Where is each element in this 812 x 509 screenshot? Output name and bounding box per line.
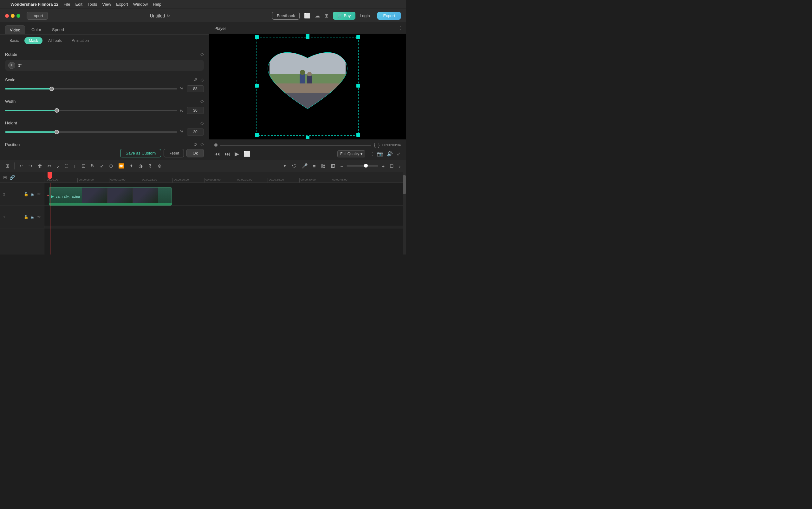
rotate-keyframe-icon[interactable]: ◇ <box>200 52 204 57</box>
track-2-mute-icon[interactable]: 🔈 <box>30 192 35 196</box>
scale-slider-track[interactable] <box>5 88 177 90</box>
volume-icon[interactable]: 🔊 <box>387 151 393 157</box>
stop-button[interactable]: ⬜ <box>244 150 251 158</box>
svg-rect-12 <box>269 48 345 74</box>
toolbar-music-icon[interactable]: ♪ <box>55 163 61 170</box>
height-input[interactable] <box>187 129 204 136</box>
settings-icon[interactable]: ⤢ <box>397 151 401 157</box>
width-slider-track[interactable] <box>5 110 177 111</box>
play-button[interactable]: ▶ <box>235 150 239 158</box>
timeline-track-1[interactable] <box>44 206 406 229</box>
toolbar-mic-icon[interactable]: 🎤 <box>300 162 309 170</box>
toolbar-text-icon[interactable]: T <box>72 163 78 170</box>
screen-icon[interactable]: ⬜ <box>304 13 310 19</box>
scale-reset-icon[interactable]: ↺ <box>193 77 197 82</box>
zoom-in-button[interactable]: + <box>380 163 386 170</box>
progress-track[interactable] <box>220 145 371 146</box>
save-custom-button[interactable]: Save as Custom <box>120 149 161 158</box>
login-button[interactable]: Login <box>360 13 370 18</box>
toolbar-eq-icon[interactable]: ≡ <box>311 163 318 170</box>
ok-button[interactable]: Ok <box>186 149 204 158</box>
menu-window[interactable]: Window <box>133 2 148 7</box>
zoom-out-button[interactable]: − <box>339 163 345 170</box>
menu-edit[interactable]: Edit <box>75 2 82 7</box>
position-reset-icon[interactable]: ↺ <box>193 142 197 146</box>
sub-tab-animation[interactable]: Animation <box>67 37 93 44</box>
toolbar-link-icon[interactable]: ⛓ <box>319 163 327 170</box>
toolbar-audio-icon[interactable]: 🎙 <box>146 163 154 170</box>
step-back-button[interactable]: ⏭ <box>224 151 230 158</box>
screenshot-icon[interactable]: 📷 <box>377 151 383 157</box>
track-1-mute-icon[interactable]: 🔈 <box>30 215 35 219</box>
menu-tools[interactable]: Tools <box>87 2 97 7</box>
import-button[interactable]: Import <box>27 12 48 20</box>
rewind-button[interactable]: ⏮ <box>214 151 220 158</box>
sub-tab-basic[interactable]: Basic <box>5 37 23 44</box>
width-input[interactable] <box>187 107 204 114</box>
timeline-track-2[interactable]: ✂ ▶ car, rally, racing <box>44 183 406 206</box>
toolbar-shape-icon[interactable]: ⬡ <box>63 162 70 170</box>
cloud-icon[interactable]: ☁ <box>315 13 320 19</box>
toolbar-mask-icon[interactable]: ⊗ <box>156 162 163 170</box>
minimize-button[interactable] <box>11 14 14 18</box>
toolbar-speed-icon[interactable]: ⏩ <box>117 162 126 170</box>
tab-speed[interactable]: Speed <box>47 25 69 34</box>
toolbar-redo-icon[interactable]: ↪ <box>27 162 34 170</box>
menu-view[interactable]: View <box>102 2 111 7</box>
toolbar-color-icon[interactable]: ◑ <box>137 162 144 170</box>
toolbar-effects-icon[interactable]: ✦ <box>128 162 135 170</box>
maximize-button[interactable] <box>16 14 20 18</box>
toolbar-effects-2-icon[interactable]: ✦ <box>281 162 289 170</box>
menu-file[interactable]: File <box>64 2 70 7</box>
toolbar-rotate-icon[interactable]: ↻ <box>89 162 97 170</box>
tab-video[interactable]: Video <box>5 25 25 34</box>
zoom-slider[interactable] <box>346 165 378 167</box>
toolbar-transform-icon[interactable]: ⊕ <box>108 162 115 170</box>
sub-tab-mask[interactable]: Mask <box>25 37 42 44</box>
timeline-link-icon[interactable]: 🔗 <box>9 175 15 180</box>
toolbar-chevron-right-icon[interactable]: › <box>397 163 402 170</box>
track-1-num: 1 <box>3 215 5 219</box>
fullscreen-btn[interactable]: ⛶ <box>368 151 373 157</box>
out-bracket[interactable]: } <box>378 142 380 148</box>
reset-button[interactable]: Reset <box>163 149 184 158</box>
toolbar-shield-icon[interactable]: 🛡 <box>290 163 298 170</box>
track-1-lock-icon[interactable]: 🔓 <box>24 215 29 219</box>
zoom-slider-thumb[interactable] <box>364 164 368 168</box>
width-keyframe-icon[interactable]: ◇ <box>200 99 204 104</box>
scale-keyframe-icon[interactable]: ◇ <box>200 77 204 82</box>
timeline-scrollbar[interactable] <box>403 172 406 254</box>
toolbar-list-icon[interactable]: ⊟ <box>388 162 395 170</box>
quality-selector[interactable]: Full Quality ▾ <box>337 150 365 158</box>
track-2-eye-icon[interactable]: 👁 <box>37 192 41 196</box>
track-2-lock-icon[interactable]: 🔓 <box>24 192 29 196</box>
toolbar-cut-icon[interactable]: ✂ <box>46 162 53 170</box>
scale-input[interactable] <box>187 86 204 92</box>
timeline-grid-icon[interactable]: ⊞ <box>3 175 7 180</box>
playhead-dot[interactable] <box>214 143 218 147</box>
close-button[interactable] <box>5 14 9 18</box>
height-keyframe-icon[interactable]: ◇ <box>200 120 204 125</box>
rotate-dial[interactable] <box>8 62 15 69</box>
toolbar-crop-icon[interactable]: ⊡ <box>80 162 87 170</box>
export-button[interactable]: Export <box>377 12 401 20</box>
scrollbar-thumb[interactable] <box>403 175 406 194</box>
position-keyframe-icon[interactable]: ◇ <box>200 142 204 146</box>
tab-color[interactable]: Color <box>27 25 46 34</box>
grid-icon[interactable]: ⊞ <box>324 13 329 19</box>
sub-tab-ai-tools[interactable]: AI Tools <box>44 37 66 44</box>
toolbar-media-icon[interactable]: 🖼 <box>329 163 337 170</box>
feedback-button[interactable]: Feedback <box>272 12 300 20</box>
toolbar-undo-icon[interactable]: ↩ <box>18 162 25 170</box>
toolbar-grid-icon[interactable]: ⊞ <box>4 162 11 170</box>
buy-button[interactable]: 🛒 Buy <box>333 12 355 20</box>
track-1-eye-icon[interactable]: 👁 <box>37 215 41 219</box>
in-bracket[interactable]: { <box>374 142 375 148</box>
menu-help[interactable]: Help <box>153 2 161 7</box>
rotate-row: 0° <box>5 60 204 71</box>
fullscreen-icon[interactable]: ⛶ <box>396 25 401 31</box>
height-slider-track[interactable] <box>5 131 177 133</box>
menu-export[interactable]: Export <box>116 2 128 7</box>
toolbar-delete-icon[interactable]: 🗑 <box>36 163 44 170</box>
toolbar-zoom-fit-icon[interactable]: ⤢ <box>98 162 106 170</box>
